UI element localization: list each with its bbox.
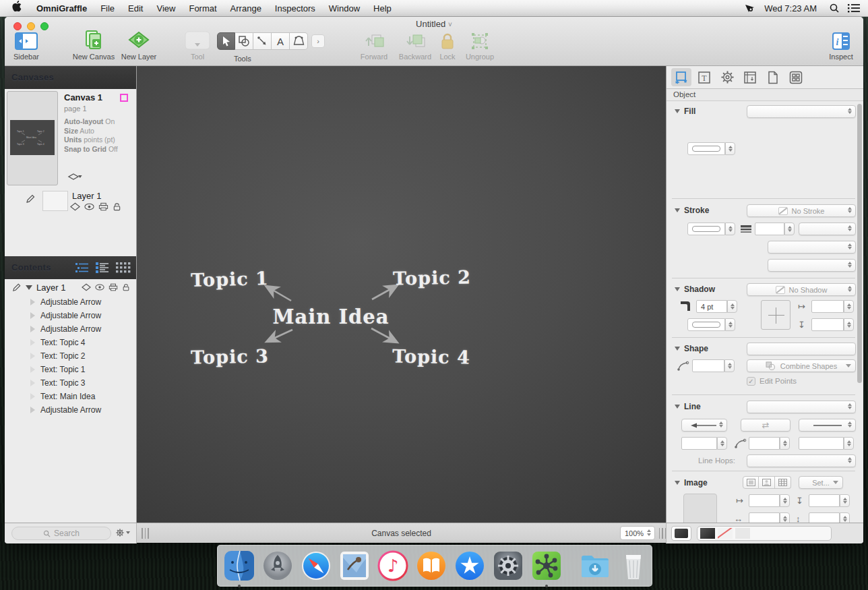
style-swatch-button[interactable]	[671, 526, 691, 541]
image-offset-x-stepper[interactable]	[780, 494, 790, 507]
node-main-idea[interactable]: Main Idea	[272, 305, 389, 328]
stroke-width-input[interactable]	[755, 223, 784, 235]
notification-center-icon[interactable]	[848, 3, 860, 13]
tree-item[interactable]: Adjustable Arrow	[5, 403, 137, 417]
line-curve-input[interactable]	[749, 437, 780, 450]
line-width-input[interactable]	[681, 437, 717, 450]
layer-unlock-icon[interactable]	[113, 202, 121, 211]
inspect-button[interactable]: i Inspect	[824, 28, 859, 61]
dock-trash-icon[interactable]	[617, 550, 650, 582]
menu-inspectors[interactable]: Inspectors	[268, 0, 322, 17]
image-offset-y-stepper[interactable]	[840, 494, 850, 507]
tab-properties[interactable]	[717, 68, 737, 86]
shadow-offset-y-input[interactable]	[811, 318, 844, 331]
node-topic-2[interactable]: Topic 2	[393, 266, 471, 289]
canvas-name[interactable]: Canvas 1	[64, 92, 102, 102]
menu-help[interactable]: Help	[367, 0, 398, 17]
backward-button[interactable]: Backward	[395, 28, 435, 61]
layer-print-icon[interactable]	[98, 202, 108, 211]
shadow-style-chip[interactable]	[735, 528, 750, 539]
stroke-style-dropdown[interactable]	[799, 223, 856, 235]
lock-button[interactable]: Lock	[435, 28, 460, 61]
layer-row[interactable]: Layer 1	[5, 189, 137, 218]
tree-item[interactable]: Text: Topic 1	[5, 363, 137, 376]
text-tool-button[interactable]: A	[272, 32, 290, 50]
tab-text[interactable]: T	[694, 68, 714, 86]
line-spacing-stepper[interactable]	[844, 437, 854, 450]
tree-item[interactable]: Text: Topic 4	[5, 336, 137, 349]
list-view-icon[interactable]	[96, 262, 109, 273]
layer-diamond-icon[interactable]	[82, 283, 91, 291]
sidebar-search-field[interactable]: Search	[11, 527, 111, 540]
combine-shapes-dropdown[interactable]: Combine Shapes	[747, 359, 856, 372]
menu-omnigraffle[interactable]: OmniGraffle	[30, 0, 94, 17]
dock-launchpad-icon[interactable]	[261, 550, 294, 582]
tree-layer-row[interactable]: Layer 1	[5, 279, 137, 295]
pointer-status-icon[interactable]	[744, 3, 756, 13]
menu-window[interactable]: Window	[322, 0, 367, 17]
edit-points-checkbox[interactable]: ✓	[747, 377, 755, 386]
image-offset-y-input[interactable]	[809, 494, 840, 507]
tree-item[interactable]: Text: Topic 2	[5, 349, 137, 363]
shadow-offset-y-stepper[interactable]	[844, 318, 854, 331]
layer-unlock-icon[interactable]	[122, 283, 130, 291]
line-section-header[interactable]: Line	[675, 402, 701, 411]
shadow-offset-x-input[interactable]	[811, 300, 844, 313]
shadow-position-picker[interactable]	[761, 300, 790, 330]
canvas-area[interactable]: Topic 1 Topic 2 Main Idea Topic 3 Topic …	[137, 66, 666, 523]
dock-finder-icon[interactable]	[223, 550, 255, 582]
menu-clock[interactable]: Wed 7:23 AM	[760, 3, 821, 13]
menu-view[interactable]: View	[150, 0, 182, 17]
ungroup-button[interactable]: Ungroup	[460, 28, 499, 61]
shadow-offset-x-stepper[interactable]	[844, 300, 854, 313]
menu-file[interactable]: File	[94, 0, 121, 17]
dock-itunes-icon[interactable]: ♪	[377, 550, 409, 582]
layer-expand-triangle[interactable]	[26, 285, 32, 290]
line-end-arrow-dropdown[interactable]	[799, 419, 856, 432]
tree-item[interactable]: Text: Topic 3	[5, 376, 137, 390]
tree-item[interactable]: Adjustable Arrow	[5, 295, 137, 309]
line-width-stepper[interactable]	[717, 437, 727, 450]
tool-button[interactable]: Tool	[181, 28, 214, 61]
tab-stencils[interactable]	[786, 68, 806, 86]
image-fit-stretch-button[interactable]	[759, 476, 775, 489]
corner-radius-stepper[interactable]	[724, 359, 735, 372]
stroke-type-dropdown[interactable]: No Stroke	[747, 204, 856, 217]
shadow-color-well[interactable]	[687, 318, 725, 331]
tree-item[interactable]: Adjustable Arrow	[5, 309, 137, 322]
tools-expand-button[interactable]: ›	[311, 34, 325, 48]
stroke-style-chip[interactable]	[718, 528, 733, 539]
inspector-scrollbar[interactable]	[857, 104, 862, 383]
bezigon-tool-button[interactable]	[290, 32, 308, 50]
stroke-corner-dropdown[interactable]	[768, 241, 856, 254]
node-topic-4[interactable]: Topic 4	[392, 345, 470, 367]
window-title[interactable]: Untitled˅	[5, 19, 863, 29]
fill-section-header[interactable]: Fill	[675, 107, 695, 116]
menu-arrange[interactable]: Arrange	[224, 0, 268, 17]
menu-format[interactable]: Format	[182, 0, 223, 17]
apple-menu[interactable]	[0, 0, 30, 17]
layer-print-icon[interactable]	[108, 283, 118, 291]
shadow-color-stepper[interactable]	[725, 318, 735, 331]
line-hops-dropdown[interactable]	[747, 454, 856, 467]
image-fit-tile-button[interactable]	[775, 476, 791, 489]
shape-tool-button[interactable]	[235, 32, 253, 50]
selection-tool-button[interactable]	[217, 32, 235, 50]
dock-ibooks-icon[interactable]	[415, 550, 447, 582]
image-section-header[interactable]: Image	[675, 478, 708, 488]
line-type-dropdown[interactable]	[747, 401, 856, 413]
fill-color-well[interactable]	[687, 142, 725, 155]
line-tool-button[interactable]	[253, 32, 272, 50]
dock-omnigraffle-icon[interactable]	[530, 550, 563, 582]
layer-visibility-icon[interactable]	[95, 283, 104, 291]
sidebar-action-menu[interactable]	[115, 528, 130, 537]
shadow-size-input[interactable]: 4 pt	[696, 300, 727, 313]
shadow-type-dropdown[interactable]: No Shadow	[747, 283, 856, 296]
line-start-arrow-dropdown[interactable]	[681, 419, 727, 432]
stroke-cap-dropdown[interactable]	[768, 259, 856, 272]
shadow-section-header[interactable]: Shadow	[675, 285, 715, 294]
tab-document[interactable]	[763, 68, 783, 86]
tree-item[interactable]: Adjustable Arrow	[5, 322, 137, 336]
tab-object[interactable]	[671, 68, 691, 86]
fill-color-stepper[interactable]	[725, 142, 735, 155]
